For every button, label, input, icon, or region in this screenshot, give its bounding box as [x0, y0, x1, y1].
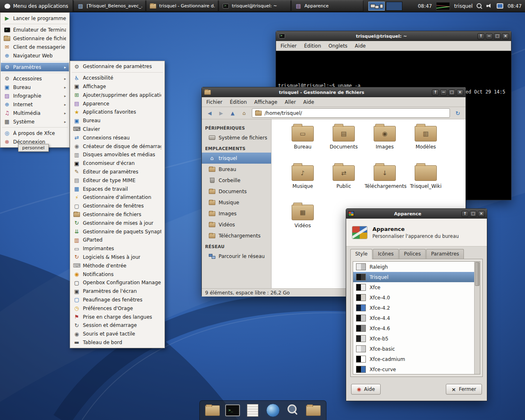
- menubar-item[interactable]: Aide: [299, 98, 318, 106]
- menu-item[interactable]: ♿ Accessibilité: [71, 74, 164, 82]
- close-window-icon[interactable]: ×: [478, 211, 485, 217]
- menu-category[interactable]: ⊕ Internet: [1, 100, 69, 109]
- terminal-titlebar[interactable]: trisquel@trisquel: ~ ↑−□×: [276, 31, 511, 41]
- back-icon[interactable]: ◀: [204, 108, 215, 118]
- sidebar-place[interactable]: Images: [202, 208, 271, 219]
- shade-window-icon[interactable]: ↑: [461, 211, 468, 217]
- menu-item[interactable]: ↻ Gestionnaire de mises à jour: [71, 219, 164, 227]
- menu-item[interactable]: ⊞ Ajouter/supprimer des applications: [71, 91, 164, 99]
- taskbar-window-button[interactable]: ▨ [Trisquel_Belenos_avec_...: [73, 0, 146, 11]
- file-icon[interactable]: ▥ Modèles: [405, 124, 446, 164]
- sidebar-network-item[interactable]: Parcourir le réseau: [202, 251, 271, 262]
- style-option[interactable]: Xfce-curve: [353, 364, 474, 374]
- scrollbar[interactable]: [474, 262, 480, 374]
- menu-item[interactable]: ✉ Client de messagerie: [1, 43, 69, 51]
- menu-category[interactable]: ♫ Multimédia: [1, 109, 69, 117]
- menu-item[interactable]: ◉ Notifications: [71, 270, 164, 278]
- style-option[interactable]: Xfce-4.2: [353, 303, 474, 313]
- menu-item[interactable]: ↻ Logiciels & Mises à jour: [71, 253, 164, 262]
- sidebar-device[interactable]: Système de fichiers: [202, 132, 271, 143]
- menu-item[interactable]: ▣ Affichage: [71, 82, 164, 91]
- shade-window-icon[interactable]: ↑: [477, 33, 484, 39]
- style-option[interactable]: Xfce-4.4: [353, 313, 474, 323]
- menu-category[interactable]: ▣ Bureau: [1, 83, 69, 91]
- file-icon[interactable]: ▤ Documents: [323, 124, 364, 164]
- menubar-item[interactable]: Fichier: [203, 98, 226, 106]
- menu-category[interactable]: ▦ Système: [1, 117, 69, 126]
- menu-item[interactable]: Émulateur de Terminal: [1, 25, 69, 34]
- cpu-graph-icon[interactable]: [436, 2, 450, 10]
- taskbar-window-button[interactable]: trisquel@trisquel: ~: [219, 0, 291, 11]
- taskbar-window-button[interactable]: ▤ Apparence: [291, 0, 363, 11]
- shade-window-icon[interactable]: ↑: [432, 89, 439, 96]
- workspace-2[interactable]: [386, 2, 402, 11]
- applications-menu-button[interactable]: Menu des applications: [0, 0, 73, 12]
- menu-category[interactable]: ▨ Infographie: [1, 91, 69, 100]
- style-option[interactable]: Xfce-4.0: [353, 292, 474, 303]
- menu-item[interactable]: ⊕ Navigateur Web: [1, 51, 69, 60]
- up-icon[interactable]: ▲: [227, 108, 238, 118]
- menu-item[interactable]: ▣ Paramètres de l'écran: [71, 287, 164, 296]
- menu-category[interactable]: ⚙ Accessoires: [1, 74, 69, 83]
- maximize-window-icon[interactable]: □: [494, 33, 501, 39]
- menu-item[interactable]: ▶ Lancer le programme...: [1, 14, 69, 23]
- scrollbar-thumb[interactable]: [475, 262, 479, 286]
- dock-launcher[interactable]: [264, 402, 282, 419]
- menu-item[interactable]: ⇊ Gestionnaire de paquets Synaptic: [71, 227, 164, 236]
- user-menu[interactable]: trisquel: [454, 3, 472, 9]
- menu-item[interactable]: ▬ Tableau de bord: [71, 338, 164, 347]
- dock-launcher[interactable]: [304, 402, 322, 419]
- menu-item[interactable]: ⇄ Connexions réseau: [71, 133, 164, 142]
- style-option[interactable]: Trisquel: [353, 272, 474, 282]
- maximize-window-icon[interactable]: □: [470, 211, 477, 217]
- screenshot-tool-icon[interactable]: [477, 3, 482, 9]
- menu-item[interactable]: ▤ Éditeur de type MIME: [71, 176, 164, 185]
- forward-icon[interactable]: ▶: [216, 108, 226, 118]
- style-option[interactable]: Xfce-basic: [353, 344, 474, 354]
- sidebar-place[interactable]: Musique: [202, 197, 271, 208]
- menu-item[interactable]: ◷ Préférences d'Orage: [71, 304, 164, 313]
- close-window-icon[interactable]: ×: [502, 33, 509, 39]
- file-icon[interactable]: ◉ Images: [364, 124, 405, 164]
- menu-item[interactable]: ⌨ Clavier: [71, 125, 164, 134]
- style-option[interactable]: Xfce-b5: [353, 333, 474, 344]
- menubar-item[interactable]: Aide: [351, 42, 370, 50]
- menu-item[interactable]: ▥ GParted: [71, 236, 164, 244]
- menu-item[interactable]: ⚡ Gestionnaire d'alimentation: [71, 193, 164, 202]
- volume-icon[interactable]: [486, 3, 493, 9]
- tab[interactable]: Paramètres: [426, 249, 464, 259]
- menu-item[interactable]: ⌨ Méthode d'entrée: [71, 261, 164, 270]
- menu-item[interactable]: ▥ Disques amovibles et médias: [71, 151, 164, 159]
- dock-launcher[interactable]: [284, 402, 302, 419]
- file-icon[interactable]: ⇄ Public: [323, 164, 364, 203]
- menu-item[interactable]: ⚑ Prise en charge des langues: [71, 313, 164, 321]
- dock-launcher[interactable]: [203, 402, 221, 419]
- tab[interactable]: Polices: [399, 249, 426, 259]
- menubar-item[interactable]: Affichage: [251, 98, 281, 106]
- sidebar-place[interactable]: ⌂ trisquel: [202, 153, 271, 164]
- menu-item[interactable]: ↻ Session et démarrage: [71, 321, 164, 330]
- menu-item[interactable]: Gestionnaire de fichiers: [1, 34, 69, 43]
- menu-item[interactable]: ▤ Apparence: [71, 99, 164, 108]
- file-icon[interactable]: ↓ Téléchargements: [364, 164, 405, 203]
- menubar-item[interactable]: Fichier: [277, 42, 300, 50]
- menubar-item[interactable]: Édition: [300, 42, 325, 50]
- home-icon[interactable]: ⌂: [239, 108, 249, 118]
- dock-launcher[interactable]: [224, 402, 242, 419]
- appearance-titlebar[interactable]: Apparence ↑□×: [346, 209, 487, 219]
- style-option[interactable]: Xfce-4.6: [353, 323, 474, 333]
- menu-item[interactable]: ◉ Créateur de disque de démarrage: [71, 142, 164, 151]
- maximize-window-icon[interactable]: □: [448, 89, 455, 96]
- close-button[interactable]: × Fermer: [446, 384, 482, 395]
- menubar-item[interactable]: Aller: [281, 98, 299, 106]
- menu-item[interactable]: ▢ Openbox Configuration Manager: [71, 278, 164, 287]
- minimize-window-icon[interactable]: −: [440, 89, 447, 96]
- sidebar-place[interactable]: Vidéos: [202, 219, 271, 230]
- style-option[interactable]: Raleigh: [353, 262, 474, 272]
- sidebar-place[interactable]: Téléchargements: [202, 230, 271, 241]
- menubar-item[interactable]: Édition: [226, 98, 251, 106]
- menu-item[interactable]: ▣ Bureau: [71, 116, 164, 125]
- menu-item[interactable]: ✎ Éditeur de paramètres: [71, 168, 164, 176]
- menu-item[interactable]: ◎ À propos de Xfce: [1, 129, 69, 137]
- menu-item[interactable]: ▦ Espaces de travail: [71, 185, 164, 193]
